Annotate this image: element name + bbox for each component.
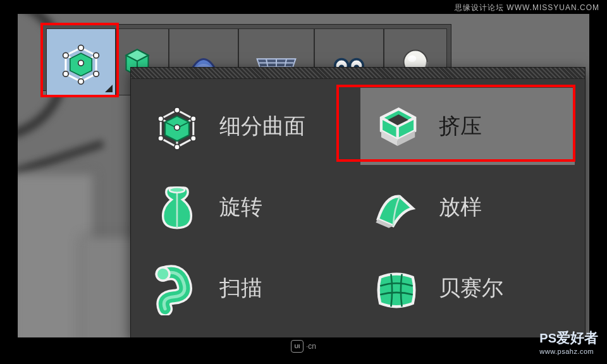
svg-point-12: [408, 55, 416, 62]
watermark-top-right: 思缘设计论坛 WWW.MISSYUAN.COM: [455, 3, 599, 13]
svg-point-20: [169, 187, 185, 193]
watermark-bottom-center: UI ·cn: [291, 340, 316, 353]
watermark-bottom-right: PS爱好者 www.psahz.com: [539, 329, 598, 355]
subdivision-surface-icon: [150, 99, 204, 154]
svg-point-19: [175, 124, 180, 130]
menu-item-label: 放样: [439, 193, 482, 222]
dropdown-drag-handle[interactable]: [131, 68, 585, 79]
svg-point-3: [63, 71, 69, 77]
svg-point-1: [78, 45, 84, 51]
svg-point-0: [63, 52, 69, 58]
generators-dropdown: 细分曲面 挤压 旋转: [130, 67, 586, 337]
svg-point-14: [175, 107, 180, 113]
svg-point-17: [175, 144, 180, 150]
menu-item-label: 旋转: [219, 193, 262, 222]
extrude-icon: [369, 99, 424, 154]
menu-item-label: 扫描: [219, 274, 262, 303]
svg-point-16: [158, 136, 164, 142]
menu-item-label: 挤压: [439, 112, 482, 141]
menu-bezier[interactable]: 贝赛尔: [360, 250, 575, 327]
menu-item-label: 细分曲面: [219, 112, 305, 141]
svg-point-6: [78, 60, 84, 66]
loft-icon: [369, 180, 424, 234]
subdivision-surface-tool[interactable]: [46, 28, 116, 95]
svg-point-13: [158, 116, 164, 122]
app-viewport: 细分曲面 挤压 旋转: [18, 14, 589, 337]
lathe-vase-icon: [150, 180, 204, 234]
menu-lathe[interactable]: 旋转: [141, 169, 355, 246]
menu-sweep[interactable]: 扫描: [141, 250, 355, 327]
svg-point-5: [94, 71, 99, 77]
menu-subdivision-surface[interactable]: 细分曲面: [141, 88, 355, 165]
bezier-patch-icon: [369, 261, 424, 315]
sweep-icon: [150, 261, 204, 315]
svg-point-18: [191, 136, 197, 142]
svg-point-21: [156, 267, 169, 281]
menu-extrude[interactable]: 挤压: [360, 88, 575, 165]
ui-cn-suffix: ·cn: [306, 342, 316, 351]
svg-point-4: [78, 79, 84, 85]
subdivision-surface-icon: [54, 35, 108, 89]
ui-cn-badge: UI: [291, 340, 304, 353]
menu-item-label: 贝赛尔: [439, 274, 503, 303]
svg-point-15: [191, 116, 197, 122]
svg-point-2: [94, 52, 99, 58]
menu-loft[interactable]: 放样: [360, 169, 575, 246]
